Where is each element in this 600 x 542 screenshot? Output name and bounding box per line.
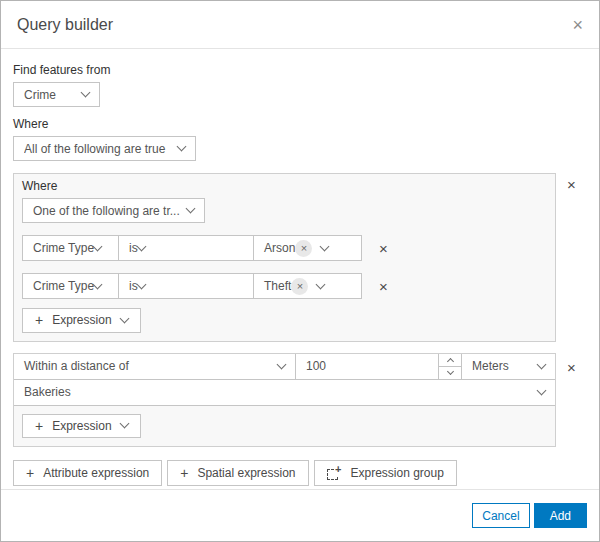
plus-icon: + [180, 466, 188, 480]
chevron-down-icon [81, 88, 91, 98]
field-value: Crime Type [33, 241, 94, 255]
distance-field [296, 354, 462, 379]
clear-value-icon[interactable]: × [291, 278, 308, 295]
chevron-down-icon [136, 279, 146, 289]
add-expression-button[interactable]: + Expression [22, 308, 141, 333]
spatial-type-value: Within a distance of [24, 359, 278, 373]
chevron-down-icon [446, 368, 453, 375]
add-expression-label: Expression [52, 419, 111, 433]
add-expression-label: Expression [52, 313, 111, 327]
chevron-down-icon [119, 313, 129, 323]
clear-value-icon[interactable]: × [295, 240, 312, 257]
operator-select[interactable]: is [118, 273, 254, 299]
field-select[interactable]: Crime Type [22, 235, 119, 261]
query-builder-dialog: Query builder × Find features from Crime… [0, 0, 600, 542]
unit-select[interactable]: Meters [462, 354, 555, 379]
chevron-down-icon [320, 241, 330, 251]
spatial-expression-row: Within a distance of Meters [14, 354, 555, 380]
add-button[interactable]: Add [534, 503, 587, 528]
group-remove-area: × [556, 177, 587, 192]
close-icon[interactable]: × [572, 16, 583, 34]
chevron-down-icon [177, 142, 187, 152]
expression-group-icon: + [327, 466, 342, 480]
chevron-up-icon [446, 357, 453, 364]
plus-icon: + [35, 313, 43, 327]
remove-expression-button[interactable]: × [379, 279, 388, 294]
dialog-body: Find features from Crime Where All of th… [1, 49, 599, 486]
plus-icon: + [26, 466, 34, 480]
where-label: Where [13, 117, 587, 131]
field-select[interactable]: Crime Type [22, 273, 119, 299]
page-title: Query builder [17, 16, 572, 34]
expression-group-label: Expression group [351, 466, 444, 480]
group-operator-value: One of the following are tr... [33, 204, 187, 218]
operator-select[interactable]: is [118, 235, 254, 261]
plus-icon: + [35, 419, 43, 433]
attribute-group-row: Where One of the following are tr... Cri… [13, 173, 587, 342]
layer-select-value: Crime [24, 88, 82, 102]
expression-row: Crime Type is Arson × × [22, 235, 547, 261]
add-expression-button[interactable]: + Expression [22, 414, 141, 438]
operator-value: is [129, 279, 138, 293]
chevron-down-icon [537, 385, 547, 395]
chevron-down-icon [136, 241, 146, 251]
distance-input[interactable] [296, 354, 438, 379]
find-features-label: Find features from [13, 63, 587, 77]
where-operator-select[interactable]: All of the following are true [13, 136, 196, 161]
dialog-footer: Cancel Add [1, 489, 599, 541]
remove-expression-button[interactable]: × [379, 241, 388, 256]
cancel-button[interactable]: Cancel [472, 503, 529, 528]
remove-group-button[interactable]: × [567, 177, 576, 192]
field-value: Crime Type [33, 279, 94, 293]
attribute-expression-group: Where One of the following are tr... Cri… [13, 173, 556, 342]
chevron-down-icon [316, 279, 326, 289]
layer-select[interactable]: Crime [13, 82, 100, 107]
spatial-group-row: Within a distance of Meters [13, 353, 587, 447]
chevron-down-icon [93, 241, 103, 251]
spatial-type-select[interactable]: Within a distance of [14, 354, 296, 379]
value-text: Theft [264, 279, 291, 293]
where-operator-value: All of the following are true [24, 142, 178, 156]
spatial-expression-group: Within a distance of Meters [13, 353, 556, 447]
unit-value: Meters [472, 359, 538, 373]
operator-value: is [129, 241, 138, 255]
chevron-down-icon [119, 419, 129, 429]
group-operator-select[interactable]: One of the following are tr... [22, 198, 205, 223]
chevron-down-icon [186, 204, 196, 214]
group-where-label: Where [22, 179, 547, 193]
increment-button[interactable] [439, 354, 461, 367]
attribute-expression-label: Attribute expression [43, 466, 149, 480]
chevron-down-icon [537, 359, 547, 369]
number-stepper [438, 354, 461, 379]
remove-group-button[interactable]: × [567, 360, 576, 375]
value-combobox[interactable]: Theft × [253, 273, 362, 299]
target-layer-value: Bakeries [24, 385, 538, 399]
spatial-group-footer: + Expression [14, 406, 555, 446]
dialog-header: Query builder × [1, 1, 599, 49]
value-combobox[interactable]: Arson × [253, 235, 362, 261]
add-attribute-expression-button[interactable]: + Attribute expression [13, 460, 162, 486]
chevron-down-icon [93, 279, 103, 289]
value-text: Arson [264, 241, 295, 255]
add-expression-group-button[interactable]: + Expression group [314, 460, 457, 486]
add-spatial-expression-button[interactable]: + Spatial expression [167, 460, 308, 486]
decrement-button[interactable] [439, 367, 461, 379]
target-layer-select[interactable]: Bakeries [14, 380, 555, 406]
expression-row: Crime Type is Theft × × [22, 273, 547, 299]
group-remove-area: × [556, 360, 587, 375]
expression-actions: + Attribute expression + Spatial express… [13, 460, 587, 486]
chevron-down-icon [277, 359, 287, 369]
spatial-expression-label: Spatial expression [197, 466, 295, 480]
